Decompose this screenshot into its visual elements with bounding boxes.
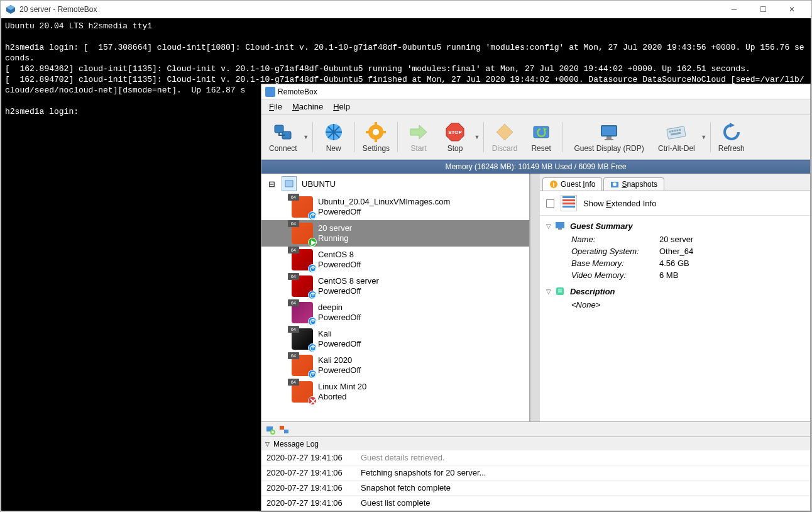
memory-status-bar: Memory (16248 MB): 10149 MB Used / 6099 …	[261, 160, 810, 174]
vbox-title-text: 20 server - RemoteBox	[19, 5, 97, 14]
refresh-button[interactable]: Refresh	[713, 119, 750, 155]
stop-button[interactable]: STOP Stop	[437, 119, 473, 155]
start-arrow-icon	[408, 121, 429, 143]
log-row: 2020-07-27 19:41:06Guest list complete	[261, 496, 810, 511]
separator	[397, 122, 398, 152]
vm-item[interactable]: 64CentOS 8PoweredOff	[261, 247, 529, 273]
collapse-arrow-icon: ▽	[546, 288, 555, 295]
window-controls: ─ ☐ ✕	[720, 1, 806, 18]
svg-rect-2	[275, 125, 283, 133]
svg-rect-12	[375, 138, 377, 142]
svg-rect-11	[375, 122, 377, 126]
svg-rect-28	[679, 128, 681, 130]
tab-guest-info[interactable]: i Guest Info	[542, 177, 602, 191]
remotebox-icon	[265, 87, 275, 97]
info-icon: i	[549, 180, 558, 189]
tab-snapshots[interactable]: Snapshots	[603, 177, 664, 191]
svg-rect-53	[556, 287, 564, 295]
svg-rect-24	[669, 130, 671, 132]
vm-os-icon: 64	[292, 249, 313, 270]
connect-button[interactable]: Connect	[264, 119, 302, 155]
collapse-arrow-icon: ▽	[546, 223, 555, 230]
log-row: 2020-07-27 19:41:06Snapshot fetch comple…	[261, 481, 810, 496]
vm-item[interactable]: 6420 serverRunning	[261, 220, 529, 247]
cad-dropdown[interactable]: ▼	[700, 134, 708, 140]
log-row: 2020-07-27 19:41:06Fetching snapshots fo…	[261, 465, 810, 481]
stop-icon: STOP	[444, 121, 466, 143]
add-vm-icon[interactable]	[265, 425, 275, 435]
close-button[interactable]: ✕	[777, 1, 806, 18]
maximize-button[interactable]: ☐	[749, 1, 777, 18]
svg-rect-25	[672, 130, 674, 131]
svg-rect-21	[606, 136, 612, 139]
vm-os-icon: 64	[292, 196, 313, 218]
show-extended-checkbox[interactable]	[546, 199, 554, 208]
group-icon	[282, 176, 297, 191]
vm-item[interactable]: 64CentOS 8 serverPoweredOff	[261, 273, 529, 299]
svg-rect-14	[382, 131, 386, 133]
menu-file[interactable]: File	[264, 102, 287, 111]
info-panel: i Guest Info Snapshots Show Extended Inf…	[540, 174, 810, 421]
list-icon	[561, 195, 577, 211]
vm-os-icon: 64	[292, 223, 313, 244]
vm-item[interactable]: 64Kali 2020PoweredOff	[261, 352, 529, 379]
keyboard-icon	[666, 121, 687, 143]
svg-rect-20	[602, 126, 616, 135]
collapse-arrow-icon: ▽	[265, 441, 270, 447]
ctrl-alt-del-button[interactable]: Ctrl-Alt-Del	[653, 119, 700, 155]
new-button[interactable]: New	[315, 119, 352, 155]
new-icon	[323, 121, 344, 143]
guest-display-button[interactable]: Guest Display (RDP)	[565, 119, 653, 155]
log-row: 2020-07-27 19:41:06Guest details retriev…	[261, 450, 810, 465]
detail-row: Base Memory:4.56 GB	[571, 259, 804, 268]
virtualbox-icon	[6, 4, 16, 14]
menu-help[interactable]: Help	[328, 102, 355, 111]
action-strip	[261, 421, 810, 437]
snapshots-icon	[610, 180, 619, 189]
log-header[interactable]: ▽ Message Log	[261, 437, 810, 450]
svg-point-10	[373, 129, 379, 135]
note-icon	[555, 286, 565, 296]
scrollbar[interactable]	[530, 174, 540, 421]
svg-rect-61	[284, 430, 288, 433]
svg-point-50	[613, 182, 617, 186]
connect-dropdown[interactable]: ▼	[302, 134, 310, 140]
gear-icon	[365, 121, 387, 143]
description-section[interactable]: ▽ Description	[546, 286, 804, 296]
svg-rect-52	[558, 228, 562, 230]
menu-machine[interactable]: Machine	[287, 102, 328, 111]
separator	[562, 122, 562, 152]
vm-group[interactable]: ⊟UBUNTU	[261, 174, 529, 194]
guest-summary-section[interactable]: ▽ Guest Summary	[546, 221, 804, 231]
vm-os-icon: 64	[292, 275, 313, 297]
vm-os-icon: 64	[292, 328, 313, 350]
vm-os-icon: 64	[292, 355, 313, 376]
reset-button[interactable]: Reset	[523, 119, 559, 155]
remotebox-titlebar[interactable]: RemoteBox	[261, 84, 810, 99]
minimize-button[interactable]: ─	[720, 1, 749, 18]
discard-button[interactable]: Discard	[486, 119, 523, 155]
show-extended-row: Show Extended Info	[540, 191, 810, 216]
svg-rect-27	[677, 129, 679, 131]
detail-row: Operating System:Other_64	[571, 247, 804, 256]
connect-icon	[272, 121, 294, 143]
vm-os-icon: 64	[292, 381, 313, 403]
monitor-small-icon	[555, 221, 565, 231]
svg-rect-60	[280, 426, 284, 430]
settings-button[interactable]: Settings	[358, 119, 395, 155]
remotebox-window: RemoteBox File Machine Help Connect ▼ Ne…	[261, 84, 811, 511]
group-vm-icon[interactable]	[279, 425, 289, 435]
svg-text:i: i	[553, 181, 555, 188]
vbox-titlebar[interactable]: 20 server - RemoteBox ─ ☐ ✕	[1, 1, 811, 18]
stop-dropdown[interactable]: ▼	[473, 134, 481, 140]
vm-list-panel: ⊟UBUNTU64Ubuntu_20.04_LinuxVMImages.comP…	[261, 174, 530, 421]
vm-item[interactable]: 64KaliPoweredOff	[261, 326, 529, 352]
vm-item[interactable]: 64deepinPoweredOff	[261, 299, 529, 326]
vm-item[interactable]: 64Ubuntu_20.04_LinuxVMImages.comPoweredO…	[261, 194, 529, 220]
vm-item[interactable]: 64Linux Mint 20Aborted	[261, 379, 529, 405]
start-button[interactable]: Start	[400, 119, 437, 155]
discard-icon	[494, 121, 515, 143]
svg-rect-22	[605, 139, 613, 140]
svg-rect-51	[556, 222, 564, 228]
svg-rect-26	[674, 130, 676, 131]
